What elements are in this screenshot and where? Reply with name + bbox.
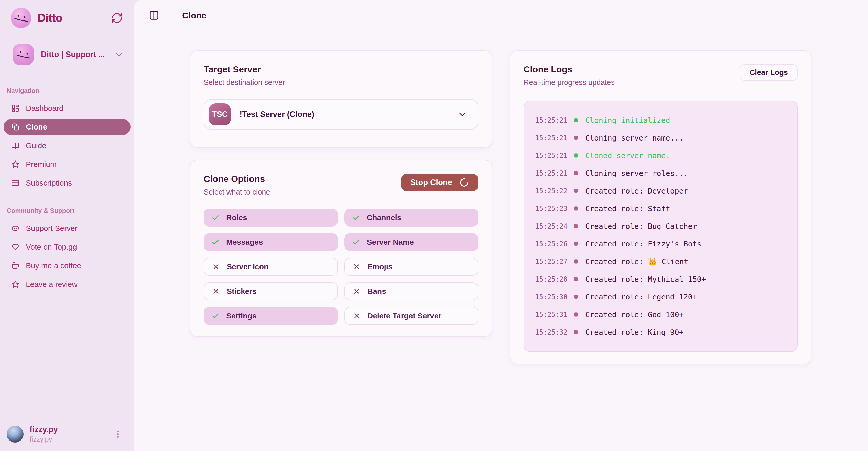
sidebar-item-label: Support Server xyxy=(26,224,78,233)
log-status-dot xyxy=(574,330,578,334)
sidebar-section: Community & SupportSupport ServerVote on… xyxy=(0,207,134,293)
clear-logs-button[interactable]: Clear Logs xyxy=(740,64,798,81)
option-channels[interactable]: Channels xyxy=(344,209,478,227)
option-label: Stickers xyxy=(227,287,257,296)
check-icon xyxy=(211,312,220,320)
option-label: Server Icon xyxy=(227,262,269,271)
page-title: Clone xyxy=(182,10,206,21)
log-status-dot xyxy=(574,312,578,317)
option-server-icon[interactable]: Server Icon xyxy=(204,258,338,276)
option-bans[interactable]: Bans xyxy=(344,282,478,300)
sidebar-nav: NavigationDashboardCloneGuidePremiumSubs… xyxy=(0,87,134,293)
clone-options-header: Clone Options Select what to clone Stop … xyxy=(204,174,478,196)
sidebar-item-label: Premium xyxy=(26,160,57,169)
clone-options-card: Clone Options Select what to clone Stop … xyxy=(190,160,492,337)
sidebar-item-label: Guide xyxy=(26,141,46,150)
stop-clone-button[interactable]: Stop Clone xyxy=(401,174,478,191)
x-icon xyxy=(352,312,361,320)
book-open-icon xyxy=(11,142,20,150)
sidebar-item-guide[interactable]: Guide xyxy=(4,138,130,154)
clone-logs-title: Clone Logs xyxy=(524,64,615,74)
log-entry: 15:25:21Cloning server name... xyxy=(535,129,786,147)
log-timestamp: 15:25:28 xyxy=(535,275,571,283)
sidebar: Ditto Ditto | Support ... NavigationDash… xyxy=(0,0,134,451)
option-settings[interactable]: Settings xyxy=(204,307,338,325)
log-message: Created role: Mythical 150+ xyxy=(585,275,706,283)
log-status-dot xyxy=(574,206,578,211)
topbar: Clone xyxy=(134,0,868,31)
sidebar-item-label: Leave a review xyxy=(26,280,78,289)
star-icon xyxy=(11,160,20,169)
log-timestamp: 15:25:21 xyxy=(535,134,571,142)
log-entry: 15:25:30Created role: Legend 120+ xyxy=(535,288,786,306)
x-icon xyxy=(352,287,361,295)
option-emojis[interactable]: Emojis xyxy=(344,258,478,276)
clone-options-grid: RolesChannelsMessagesServer NameServer I… xyxy=(204,209,478,325)
log-entry: 15:25:21Cloned server name. xyxy=(535,147,786,164)
kebab-menu-icon[interactable] xyxy=(113,429,123,439)
target-server-dropdown[interactable]: TSC !Test Server (Clone) xyxy=(204,99,478,130)
log-status-dot xyxy=(574,224,578,228)
user-subtitle: fizzy.py xyxy=(30,435,58,443)
sidebar-item-vote-on-top-gg[interactable]: Vote on Top.gg xyxy=(4,239,130,255)
server-selector[interactable]: Ditto | Support ... xyxy=(13,44,124,65)
clone-logs-header: Clone Logs Real-time progress updates Cl… xyxy=(524,64,798,87)
log-entry: 15:25:24Created role: Bug Catcher xyxy=(535,217,786,235)
x-icon xyxy=(352,263,361,271)
main-content: Clone Target Server Select destination s… xyxy=(134,0,868,451)
sidebar-item-label: Vote on Top.gg xyxy=(26,243,77,251)
discord-icon xyxy=(11,224,20,233)
sidebar-toggle-icon[interactable] xyxy=(149,10,159,21)
log-status-dot xyxy=(574,136,578,140)
selected-server-name: !Test Server (Clone) xyxy=(240,110,314,119)
log-timestamp: 15:25:26 xyxy=(535,240,571,248)
log-message: Cloning server name... xyxy=(585,133,683,142)
option-label: Messages xyxy=(226,238,263,246)
sidebar-item-label: Clone xyxy=(26,123,47,131)
sidebar-item-buy-me-a-coffee[interactable]: Buy me a coffee xyxy=(4,258,130,274)
option-messages[interactable]: Messages xyxy=(204,233,338,251)
option-stickers[interactable]: Stickers xyxy=(204,282,338,300)
sidebar-section: NavigationDashboardCloneGuidePremiumSubs… xyxy=(0,87,134,191)
log-entry: 15:25:32Created role: King 90+ xyxy=(535,323,786,341)
sidebar-item-support-server[interactable]: Support Server xyxy=(4,220,130,237)
log-timestamp: 15:25:32 xyxy=(535,328,571,336)
log-entry: 15:25:28Created role: Mythical 150+ xyxy=(535,270,786,288)
log-message: Created role: Staff xyxy=(585,204,670,213)
sidebar-item-leave-a-review[interactable]: Leave a review xyxy=(4,276,130,293)
user-footer[interactable]: fizzy.py fizzy.py xyxy=(0,418,134,451)
sidebar-item-clone[interactable]: Clone xyxy=(4,119,130,135)
check-icon xyxy=(352,238,360,246)
log-timestamp: 15:25:21 xyxy=(535,117,571,124)
user-name: fizzy.py xyxy=(30,425,58,434)
server-avatar xyxy=(13,44,34,65)
option-roles[interactable]: Roles xyxy=(204,209,338,227)
log-message: Cloning server roles... xyxy=(585,169,688,178)
log-entry: 15:25:21Cloning initialized xyxy=(535,111,786,129)
option-server-name[interactable]: Server Name xyxy=(344,233,478,251)
log-message: Created role: Fizzy's Bots xyxy=(585,240,702,248)
log-entry: 15:25:23Created role: Staff xyxy=(535,200,786,217)
chevron-down-icon xyxy=(114,50,124,59)
section-label: Navigation xyxy=(7,87,134,94)
log-timestamp: 15:25:21 xyxy=(535,152,571,159)
spinner-icon xyxy=(459,178,469,187)
clear-logs-label: Clear Logs xyxy=(749,68,788,77)
user-meta: fizzy.py fizzy.py xyxy=(30,425,58,443)
clone-logs-card: Clone Logs Real-time progress updates Cl… xyxy=(510,51,811,364)
refresh-icon[interactable] xyxy=(111,12,123,24)
option-delete-target-server[interactable]: Delete Target Server xyxy=(344,307,478,325)
log-entry: 15:25:27Created role: 👑 Client xyxy=(535,252,786,270)
ditto-logo-icon xyxy=(11,8,31,28)
sidebar-item-premium[interactable]: Premium xyxy=(4,156,130,173)
option-label: Settings xyxy=(226,311,256,320)
chevron-down-icon xyxy=(457,110,467,119)
option-label: Bans xyxy=(368,287,386,296)
sidebar-item-subscriptions[interactable]: Subscriptions xyxy=(4,175,130,191)
log-entry: 15:25:21Cloning server roles... xyxy=(535,164,786,182)
log-message: Cloning initialized xyxy=(585,116,670,125)
section-label: Community & Support xyxy=(7,207,134,214)
log-status-dot xyxy=(574,242,578,246)
sidebar-item-dashboard[interactable]: Dashboard xyxy=(4,100,130,117)
clone-logs-subtitle: Real-time progress updates xyxy=(524,78,615,87)
